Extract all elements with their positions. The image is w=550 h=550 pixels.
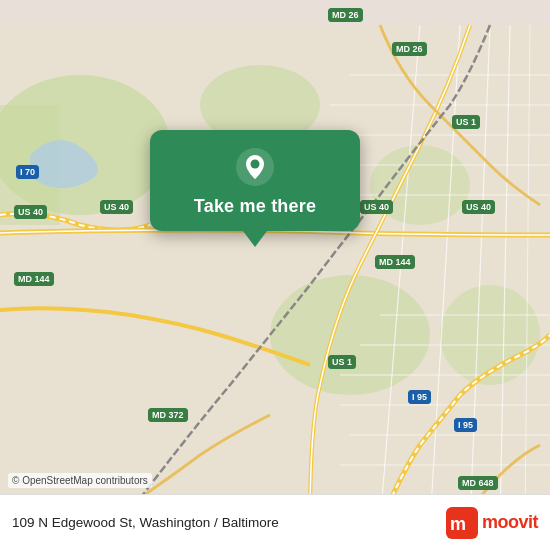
road-badge-md26-2: MD 26 — [392, 42, 427, 56]
road-badge-i70: I 70 — [16, 165, 39, 179]
road-badge-us1-1: US 1 — [452, 115, 480, 129]
svg-text:m: m — [450, 514, 466, 534]
moovit-logo-text: moovit — [482, 512, 538, 533]
bottom-bar: 109 N Edgewood St, Washington / Baltimor… — [0, 494, 550, 550]
road-badge-md648: MD 648 — [458, 476, 498, 490]
road-badge-md144-2: MD 144 — [375, 255, 415, 269]
road-badge-i95-2: I 95 — [454, 418, 477, 432]
road-badge-us1-2: US 1 — [328, 355, 356, 369]
osm-attribution: © OpenStreetMap contributors — [8, 473, 152, 488]
road-badge-i95-1: I 95 — [408, 390, 431, 404]
svg-point-24 — [251, 160, 260, 169]
moovit-logo: m moovit — [446, 507, 538, 539]
road-badge-us40-1: US 40 — [14, 205, 47, 219]
svg-point-4 — [270, 275, 430, 395]
road-badge-md372: MD 372 — [148, 408, 188, 422]
road-badge-md144-1: MD 144 — [14, 272, 54, 286]
road-badge-md26-1: MD 26 — [328, 8, 363, 22]
location-pin-icon — [236, 148, 274, 186]
road-badge-us40-4: US 40 — [462, 200, 495, 214]
map-container: MD 26 MD 26 I 70 US 40 US 40 US 40 US 40… — [0, 0, 550, 550]
take-me-there-button[interactable]: Take me there — [194, 196, 316, 217]
map-background — [0, 0, 550, 550]
road-badge-us40-2: US 40 — [100, 200, 133, 214]
road-badge-us40-3: US 40 — [360, 200, 393, 214]
popup-card: Take me there — [150, 130, 360, 231]
moovit-logo-icon: m — [446, 507, 478, 539]
address-text: 109 N Edgewood St, Washington / Baltimor… — [12, 515, 446, 530]
